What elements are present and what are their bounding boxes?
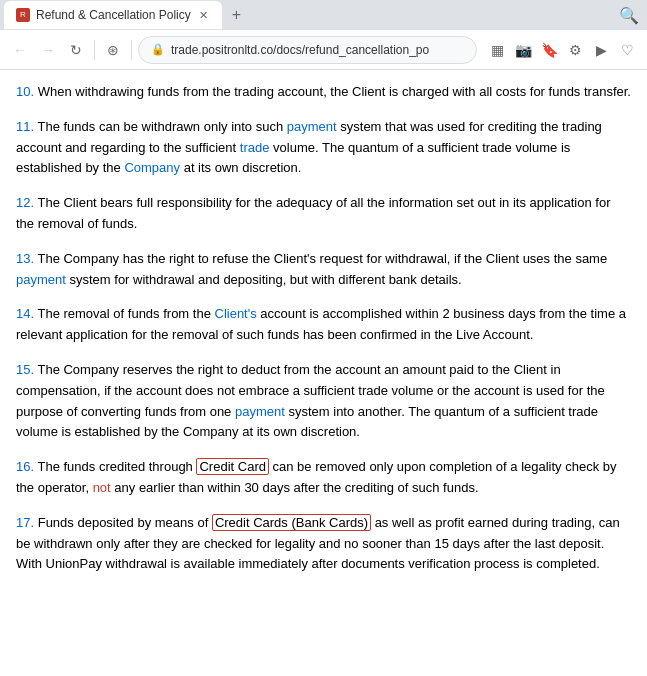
forward-button[interactable]: → — [36, 38, 60, 62]
item-16-credit-card-highlight: Credit Card — [196, 458, 268, 475]
item-11-link-payment[interactable]: payment — [287, 119, 337, 134]
reload-button[interactable]: ↻ — [64, 38, 88, 62]
item-13-link-payment[interactable]: payment — [16, 272, 66, 287]
item-16-not-text: not — [93, 480, 111, 495]
item-13-text1: The Company has the right to refuse the … — [37, 251, 607, 266]
item-11-link-company[interactable]: Company — [124, 160, 180, 175]
item-10-number: 10. — [16, 84, 34, 99]
item-14-number: 14. — [16, 306, 34, 321]
policy-item-12: 12. The Client bears full responsibility… — [16, 193, 631, 235]
nav-actions: ▦ 📷 🔖 ⚙ ▶ ♡ — [485, 38, 639, 62]
item-16-number: 16. — [16, 459, 34, 474]
item-17-credit-cards-highlight: Credit Cards (Bank Cards) — [212, 514, 371, 531]
apps-button[interactable]: ⊛ — [101, 38, 125, 62]
new-tab-button[interactable]: + — [226, 4, 247, 26]
nav-separator-2 — [131, 40, 132, 60]
cast-button[interactable]: ▶ — [589, 38, 613, 62]
active-tab[interactable]: R Refund & Cancellation Policy ✕ — [4, 1, 222, 29]
back-button[interactable]: ← — [8, 38, 32, 62]
item-11-text4: at its own discretion. — [180, 160, 301, 175]
search-icon[interactable]: 🔍 — [615, 2, 643, 29]
item-12-text: The Client bears full responsibility for… — [16, 195, 611, 231]
policy-item-17: 17. Funds deposited by means of Credit C… — [16, 513, 631, 575]
screenshot-button[interactable]: 📷 — [511, 38, 535, 62]
item-10-text: When withdrawing funds from the trading … — [38, 84, 631, 99]
favorite-button[interactable]: ♡ — [615, 38, 639, 62]
item-11-number: 11. — [16, 119, 34, 134]
page-content: 10. When withdrawing funds from the trad… — [0, 70, 647, 601]
item-12-number: 12. — [16, 195, 34, 210]
policy-item-13: 13. The Company has the right to refuse … — [16, 249, 631, 291]
tab-title: Refund & Cancellation Policy — [36, 8, 191, 22]
lock-icon: 🔒 — [151, 43, 165, 56]
item-15-link-payment[interactable]: payment — [235, 404, 285, 419]
item-17-text1: Funds deposited by means of — [38, 515, 212, 530]
item-16-text3: any earlier than within 30 days after th… — [111, 480, 479, 495]
settings-button[interactable]: ⚙ — [563, 38, 587, 62]
policy-item-15: 15. The Company reserves the right to de… — [16, 360, 631, 443]
item-15-number: 15. — [16, 362, 34, 377]
item-11-text: The funds can be withdrawn only into suc… — [37, 119, 286, 134]
tab-close-button[interactable]: ✕ — [197, 7, 210, 24]
item-14-link-client[interactable]: Client's — [215, 306, 257, 321]
tab-bar: R Refund & Cancellation Policy ✕ + 🔍 — [0, 0, 647, 30]
item-14-text1: The removal of funds from the — [37, 306, 214, 321]
address-bar[interactable]: 🔒 trade.positronltd.co/docs/refund_cance… — [138, 36, 477, 64]
policy-item-14: 14. The removal of funds from the Client… — [16, 304, 631, 346]
item-16-text1: The funds credited through — [37, 459, 196, 474]
item-13-text2: system for withdrawal and depositing, bu… — [66, 272, 462, 287]
nav-separator — [94, 40, 95, 60]
policy-item-16: 16. The funds credited through Credit Ca… — [16, 457, 631, 499]
policy-item-11: 11. The funds can be withdrawn only into… — [16, 117, 631, 179]
item-13-number: 13. — [16, 251, 34, 266]
tab-overview-button[interactable]: ▦ — [485, 38, 509, 62]
item-11-link-trade[interactable]: trade — [240, 140, 270, 155]
nav-bar: ← → ↻ ⊛ 🔒 trade.positronltd.co/docs/refu… — [0, 30, 647, 70]
policy-item-10: 10. When withdrawing funds from the trad… — [16, 82, 631, 103]
bookmark-button[interactable]: 🔖 — [537, 38, 561, 62]
address-text: trade.positronltd.co/docs/refund_cancell… — [171, 43, 464, 57]
tab-favicon: R — [16, 8, 30, 22]
item-17-number: 17. — [16, 515, 34, 530]
